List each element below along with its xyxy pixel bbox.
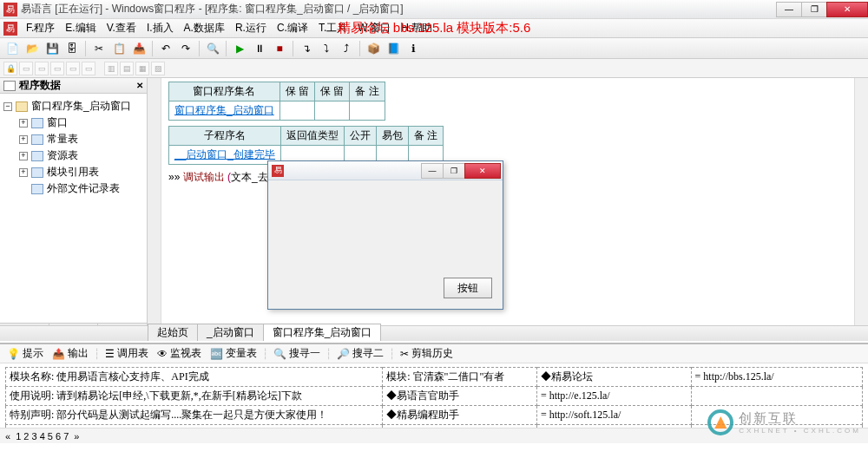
child-maximize-button[interactable]: ❐ [443,163,465,179]
tree-item-module[interactable]: +模块引用表 [19,165,143,180]
stop-icon[interactable]: ■ [271,40,288,57]
panel-close-icon[interactable]: ✕ [136,81,143,90]
child-minimize-button[interactable]: — [421,163,444,179]
titlebar: 易 易语言 [正在运行] - Windows窗口程序 - [程序集: 窗口程序集… [0,0,868,19]
maximize-button[interactable]: ❐ [801,2,827,17]
menu-view[interactable]: V.查看 [102,19,141,37]
btn-output[interactable]: 📤输出 [49,344,92,363]
menubar: 易 F.程序 E.编辑 V.查看 I.插入 A.数据库 R.运行 C.编译 T.… [0,19,868,38]
window-title: 易语言 [正在运行] - Windows窗口程序 - [程序集: 窗口程序集_启… [21,2,404,16]
menu-window[interactable]: W.窗口 [352,19,396,37]
saveall-icon[interactable]: 🗄 [63,40,81,57]
code-editor[interactable]: 窗口程序集名保 留保 留备 注 窗口程序集_启动窗口 子程序名返回值类型公开易包… [148,78,868,341]
watermark-logo-icon [707,409,733,435]
page-prev[interactable]: « [5,431,10,442]
toolbar-main: 📄 📂 💾 🗄 ✂ 📋 📥 ↶ ↷ 🔍 ▶ ⏸ ■ ↴ ⤵ ⤴ 📦 📘 ℹ [0,38,868,59]
editor-vscrollbar[interactable] [854,78,868,327]
save-icon[interactable]: 💾 [43,40,61,57]
menu-help[interactable]: H.帮助 [396,19,437,37]
expand-icon[interactable]: + [19,119,28,128]
expand-icon[interactable]: + [19,135,28,144]
child-app-icon: 易 [272,165,284,177]
tree-item-window[interactable]: +窗口 [19,115,143,130]
find-icon[interactable]: 🔍 [204,40,221,57]
child-body: 按钮 [268,180,503,309]
close-button[interactable]: ✕ [826,2,868,17]
undo-icon[interactable]: ↶ [157,40,174,57]
child-close-button[interactable]: ✕ [464,163,501,179]
paste-icon[interactable]: 📥 [130,40,148,57]
tab-start[interactable]: 起始页 [148,324,198,341]
demo-button[interactable]: 按钮 [444,278,492,298]
watermark-sub: CXHLNET • CXHL.COM [739,427,861,435]
help-icon[interactable]: ℹ [404,40,422,57]
btn-hint[interactable]: 💡提示 [3,344,47,363]
stepout-icon[interactable]: ⤴ [338,40,355,57]
child-window[interactable]: 易 — ❐ ✕ 按钮 [267,160,503,310]
left-panel-title: 程序数据 ✕ [0,78,147,94]
btn-search1[interactable]: 🔍 搜寻一 [270,344,324,363]
subroutine-table: 子程序名返回值类型公开易包备 注 __启动窗口_创建完毕 [168,126,444,165]
run-icon[interactable]: ▶ [231,40,248,57]
menu-program[interactable]: F.程序 [21,19,60,37]
expand-icon[interactable]: + [19,152,28,160]
new-icon[interactable]: 📄 [3,40,21,57]
sheet-icon [3,81,16,91]
child-window-buttons: — ❐ ✕ [422,163,501,179]
btn-cliphist[interactable]: ✂ 剪辑历史 [397,344,457,363]
assembly-table: 窗口程序集名保 留保 留备 注 窗口程序集_启动窗口 [168,82,385,121]
btn-calltable[interactable]: ☰ 调用表 [102,344,152,363]
tab-assembly[interactable]: 窗口程序集_启动窗口 [263,324,382,341]
compile-icon[interactable]: 📦 [365,40,382,57]
page-numbers[interactable]: 1 2 3 4 5 6 7 [16,431,69,442]
btn-search2[interactable]: 🔎 搜寻二 [333,344,387,363]
app-icon: 易 [3,3,17,16]
group1-icon: ▥ [104,62,118,75]
collapse-icon[interactable]: − [3,102,12,111]
align2-icon: ▭ [35,62,49,75]
lock-icon: 🔒 [3,62,17,75]
copy-icon[interactable]: 📋 [110,40,128,57]
assembly-link[interactable]: 窗口程序集_启动窗口 [169,101,280,121]
stepinto-icon[interactable]: ↴ [298,40,315,57]
child-titlebar[interactable]: 易 — ❐ ✕ [268,161,503,180]
table-row: 使用说明: 请到精易论坛[申经,\下载更新,*,在新手[精易论坛]下款◆易语言官… [6,387,863,406]
redo-icon[interactable]: ↷ [177,40,194,57]
menu-edit[interactable]: E.编辑 [60,19,101,37]
output-toolbar: 💡提示 📤输出 ┆ ☰ 调用表 👁 监视表 🔤 变量表 ┆ 🔍 搜寻一 ┆ 🔎 … [0,344,868,363]
group3-icon: ▦ [135,62,149,75]
menu-run[interactable]: R.运行 [230,19,272,37]
tree-item-resource[interactable]: +资源表 [19,148,143,163]
cut-icon[interactable]: ✂ [90,40,108,57]
expand-icon[interactable]: + [19,168,28,177]
subroutine-link[interactable]: __启动窗口_创建完毕 [169,146,281,165]
folder-icon [16,101,28,112]
btn-watch[interactable]: 👁 监视表 [154,344,205,363]
tree-item-extern[interactable]: 外部文件记录表 [19,181,143,196]
page-next[interactable]: » [74,431,79,442]
folder-icon [31,118,43,128]
tab-startup-window[interactable]: _启动窗口 [197,324,264,341]
stepover-icon[interactable]: ⤵ [318,40,335,57]
editor-tabs: 起始页 _启动窗口 窗口程序集_启动窗口 [0,325,868,341]
align3-icon: ▭ [50,62,64,75]
left-panel: 程序数据 ✕ − 窗口程序集_启动窗口 +窗口 +常量表 +资源表 +模块引用表… [0,78,148,341]
tree-root-label: 窗口程序集_启动窗口 [31,99,131,114]
window-buttons: — ❐ ✕ [777,2,868,17]
folder-icon [31,151,43,161]
program-tree[interactable]: − 窗口程序集_启动窗口 +窗口 +常量表 +资源表 +模块引用表 外部文件记录… [0,94,147,341]
th: 窗口程序集名 [169,82,280,101]
tree-root[interactable]: − 窗口程序集_启动窗口 [3,99,143,114]
btn-vartable[interactable]: 🔤 变量表 [207,344,260,363]
open-icon[interactable]: 📂 [23,40,41,57]
menu-insert[interactable]: I.插入 [141,19,179,37]
group2-icon: ▤ [120,62,134,75]
menu-tools[interactable]: T.工具 [313,19,352,37]
pause-icon[interactable]: ⏸ [251,40,268,57]
minimize-button[interactable]: — [776,2,802,17]
book-icon[interactable]: 📘 [385,40,402,57]
table-row: 模块名称: 使用易语言核心支持库、API完成模块: 官清森"二借口"有者◆精易论… [6,368,863,387]
tree-item-const[interactable]: +常量表 [19,132,143,147]
menu-database[interactable]: A.数据库 [179,19,230,37]
menu-compile[interactable]: C.编译 [272,19,313,37]
